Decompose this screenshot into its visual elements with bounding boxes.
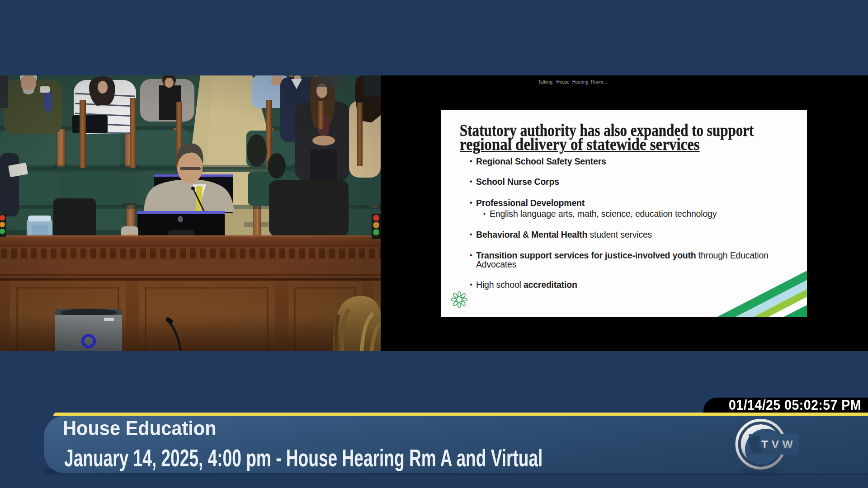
svg-text:TVW: TVW	[761, 438, 796, 450]
